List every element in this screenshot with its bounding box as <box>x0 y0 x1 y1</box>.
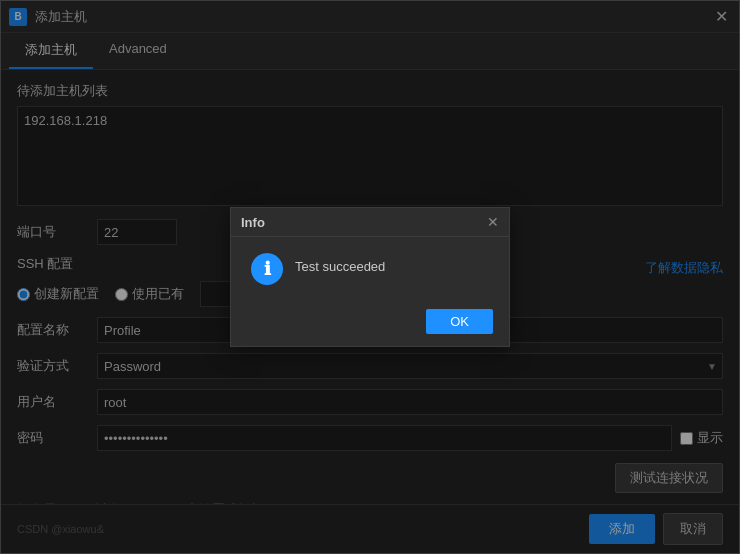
dialog-body: ℹ Test succeeded <box>231 237 509 301</box>
main-window: B 添加主机 ✕ 添加主机 Advanced 待添加主机列表 192.168.1… <box>0 0 740 554</box>
dialog-footer: OK <box>231 301 509 346</box>
dialog-title: Info <box>241 215 265 230</box>
dialog-overlay: Info ✕ ℹ Test succeeded OK <box>1 1 739 553</box>
dialog-info-icon: ℹ <box>251 253 283 285</box>
dialog-titlebar: Info ✕ <box>231 208 509 237</box>
dialog-message: Test succeeded <box>295 253 385 274</box>
info-dialog: Info ✕ ℹ Test succeeded OK <box>230 207 510 347</box>
dialog-ok-button[interactable]: OK <box>426 309 493 334</box>
dialog-close-button[interactable]: ✕ <box>487 214 499 230</box>
